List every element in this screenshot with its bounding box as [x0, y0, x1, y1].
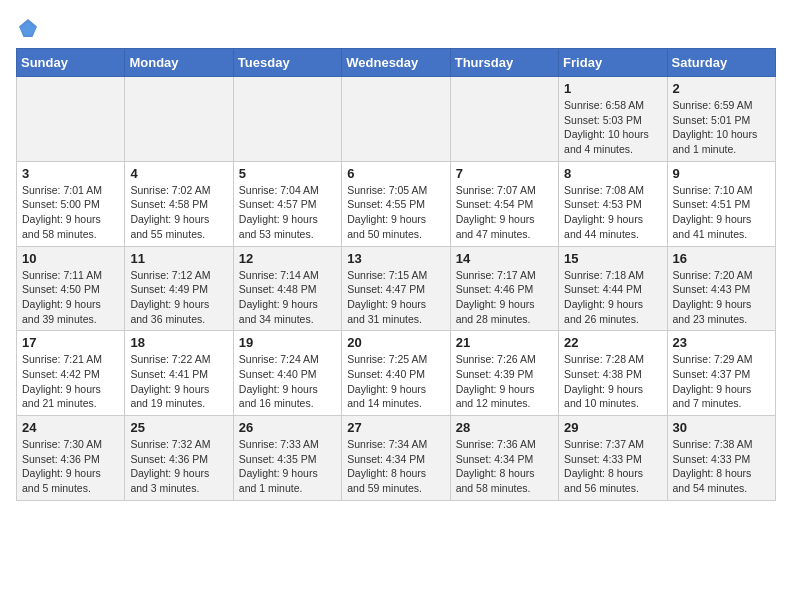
day-info: Sunrise: 7:38 AM Sunset: 4:33 PM Dayligh… [673, 437, 770, 496]
calendar-cell: 18Sunrise: 7:22 AM Sunset: 4:41 PM Dayli… [125, 331, 233, 416]
calendar-cell: 28Sunrise: 7:36 AM Sunset: 4:34 PM Dayli… [450, 416, 558, 501]
day-info: Sunrise: 7:34 AM Sunset: 4:34 PM Dayligh… [347, 437, 444, 496]
day-info: Sunrise: 7:33 AM Sunset: 4:35 PM Dayligh… [239, 437, 336, 496]
day-info: Sunrise: 7:05 AM Sunset: 4:55 PM Dayligh… [347, 183, 444, 242]
weekday-header-monday: Monday [125, 49, 233, 77]
calendar-cell: 15Sunrise: 7:18 AM Sunset: 4:44 PM Dayli… [559, 246, 667, 331]
calendar-cell: 12Sunrise: 7:14 AM Sunset: 4:48 PM Dayli… [233, 246, 341, 331]
day-info: Sunrise: 7:14 AM Sunset: 4:48 PM Dayligh… [239, 268, 336, 327]
weekday-header-saturday: Saturday [667, 49, 775, 77]
day-info: Sunrise: 7:22 AM Sunset: 4:41 PM Dayligh… [130, 352, 227, 411]
day-info: Sunrise: 7:07 AM Sunset: 4:54 PM Dayligh… [456, 183, 553, 242]
day-info: Sunrise: 7:26 AM Sunset: 4:39 PM Dayligh… [456, 352, 553, 411]
day-info: Sunrise: 7:15 AM Sunset: 4:47 PM Dayligh… [347, 268, 444, 327]
day-number: 2 [673, 81, 770, 96]
header-area [16, 16, 776, 40]
day-number: 26 [239, 420, 336, 435]
logo [16, 16, 44, 40]
calendar-cell: 23Sunrise: 7:29 AM Sunset: 4:37 PM Dayli… [667, 331, 775, 416]
day-info: Sunrise: 7:10 AM Sunset: 4:51 PM Dayligh… [673, 183, 770, 242]
day-info: Sunrise: 7:04 AM Sunset: 4:57 PM Dayligh… [239, 183, 336, 242]
calendar-cell: 3Sunrise: 7:01 AM Sunset: 5:00 PM Daylig… [17, 161, 125, 246]
day-number: 25 [130, 420, 227, 435]
day-number: 23 [673, 335, 770, 350]
day-number: 6 [347, 166, 444, 181]
day-number: 5 [239, 166, 336, 181]
weekday-header-row: SundayMondayTuesdayWednesdayThursdayFrid… [17, 49, 776, 77]
calendar-cell: 1Sunrise: 6:58 AM Sunset: 5:03 PM Daylig… [559, 77, 667, 162]
calendar-cell: 30Sunrise: 7:38 AM Sunset: 4:33 PM Dayli… [667, 416, 775, 501]
day-number: 4 [130, 166, 227, 181]
calendar-cell [233, 77, 341, 162]
day-number: 1 [564, 81, 661, 96]
weekday-header-friday: Friday [559, 49, 667, 77]
day-info: Sunrise: 7:18 AM Sunset: 4:44 PM Dayligh… [564, 268, 661, 327]
day-info: Sunrise: 6:58 AM Sunset: 5:03 PM Dayligh… [564, 98, 661, 157]
day-info: Sunrise: 7:02 AM Sunset: 4:58 PM Dayligh… [130, 183, 227, 242]
calendar-cell: 21Sunrise: 7:26 AM Sunset: 4:39 PM Dayli… [450, 331, 558, 416]
calendar-cell: 22Sunrise: 7:28 AM Sunset: 4:38 PM Dayli… [559, 331, 667, 416]
day-info: Sunrise: 7:25 AM Sunset: 4:40 PM Dayligh… [347, 352, 444, 411]
day-number: 21 [456, 335, 553, 350]
day-info: Sunrise: 7:20 AM Sunset: 4:43 PM Dayligh… [673, 268, 770, 327]
calendar-table: SundayMondayTuesdayWednesdayThursdayFrid… [16, 48, 776, 501]
calendar-cell: 29Sunrise: 7:37 AM Sunset: 4:33 PM Dayli… [559, 416, 667, 501]
week-row-1: 1Sunrise: 6:58 AM Sunset: 5:03 PM Daylig… [17, 77, 776, 162]
calendar-cell: 20Sunrise: 7:25 AM Sunset: 4:40 PM Dayli… [342, 331, 450, 416]
week-row-4: 17Sunrise: 7:21 AM Sunset: 4:42 PM Dayli… [17, 331, 776, 416]
day-info: Sunrise: 7:01 AM Sunset: 5:00 PM Dayligh… [22, 183, 119, 242]
day-info: Sunrise: 7:11 AM Sunset: 4:50 PM Dayligh… [22, 268, 119, 327]
calendar-cell: 13Sunrise: 7:15 AM Sunset: 4:47 PM Dayli… [342, 246, 450, 331]
day-info: Sunrise: 7:17 AM Sunset: 4:46 PM Dayligh… [456, 268, 553, 327]
calendar-cell: 8Sunrise: 7:08 AM Sunset: 4:53 PM Daylig… [559, 161, 667, 246]
calendar-cell: 4Sunrise: 7:02 AM Sunset: 4:58 PM Daylig… [125, 161, 233, 246]
logo-icon [16, 16, 40, 40]
day-number: 22 [564, 335, 661, 350]
day-number: 28 [456, 420, 553, 435]
day-number: 29 [564, 420, 661, 435]
day-number: 19 [239, 335, 336, 350]
calendar-cell: 14Sunrise: 7:17 AM Sunset: 4:46 PM Dayli… [450, 246, 558, 331]
calendar-cell: 2Sunrise: 6:59 AM Sunset: 5:01 PM Daylig… [667, 77, 775, 162]
day-number: 13 [347, 251, 444, 266]
day-number: 3 [22, 166, 119, 181]
day-number: 7 [456, 166, 553, 181]
day-info: Sunrise: 7:24 AM Sunset: 4:40 PM Dayligh… [239, 352, 336, 411]
day-info: Sunrise: 7:21 AM Sunset: 4:42 PM Dayligh… [22, 352, 119, 411]
calendar-cell: 5Sunrise: 7:04 AM Sunset: 4:57 PM Daylig… [233, 161, 341, 246]
weekday-header-wednesday: Wednesday [342, 49, 450, 77]
week-row-5: 24Sunrise: 7:30 AM Sunset: 4:36 PM Dayli… [17, 416, 776, 501]
day-number: 11 [130, 251, 227, 266]
day-number: 12 [239, 251, 336, 266]
calendar-cell: 7Sunrise: 7:07 AM Sunset: 4:54 PM Daylig… [450, 161, 558, 246]
calendar-cell: 10Sunrise: 7:11 AM Sunset: 4:50 PM Dayli… [17, 246, 125, 331]
week-row-2: 3Sunrise: 7:01 AM Sunset: 5:00 PM Daylig… [17, 161, 776, 246]
day-number: 16 [673, 251, 770, 266]
calendar-cell [17, 77, 125, 162]
calendar-cell: 25Sunrise: 7:32 AM Sunset: 4:36 PM Dayli… [125, 416, 233, 501]
day-number: 24 [22, 420, 119, 435]
day-number: 14 [456, 251, 553, 266]
day-number: 15 [564, 251, 661, 266]
day-info: Sunrise: 7:28 AM Sunset: 4:38 PM Dayligh… [564, 352, 661, 411]
day-info: Sunrise: 7:36 AM Sunset: 4:34 PM Dayligh… [456, 437, 553, 496]
calendar-cell: 11Sunrise: 7:12 AM Sunset: 4:49 PM Dayli… [125, 246, 233, 331]
day-number: 30 [673, 420, 770, 435]
day-number: 27 [347, 420, 444, 435]
calendar-cell: 17Sunrise: 7:21 AM Sunset: 4:42 PM Dayli… [17, 331, 125, 416]
day-number: 8 [564, 166, 661, 181]
day-number: 9 [673, 166, 770, 181]
day-number: 18 [130, 335, 227, 350]
calendar-cell: 6Sunrise: 7:05 AM Sunset: 4:55 PM Daylig… [342, 161, 450, 246]
calendar-cell [342, 77, 450, 162]
calendar-cell [450, 77, 558, 162]
calendar-cell: 16Sunrise: 7:20 AM Sunset: 4:43 PM Dayli… [667, 246, 775, 331]
weekday-header-thursday: Thursday [450, 49, 558, 77]
day-info: Sunrise: 7:08 AM Sunset: 4:53 PM Dayligh… [564, 183, 661, 242]
calendar-cell: 27Sunrise: 7:34 AM Sunset: 4:34 PM Dayli… [342, 416, 450, 501]
calendar-cell [125, 77, 233, 162]
weekday-header-tuesday: Tuesday [233, 49, 341, 77]
weekday-header-sunday: Sunday [17, 49, 125, 77]
day-info: Sunrise: 7:12 AM Sunset: 4:49 PM Dayligh… [130, 268, 227, 327]
day-info: Sunrise: 7:29 AM Sunset: 4:37 PM Dayligh… [673, 352, 770, 411]
